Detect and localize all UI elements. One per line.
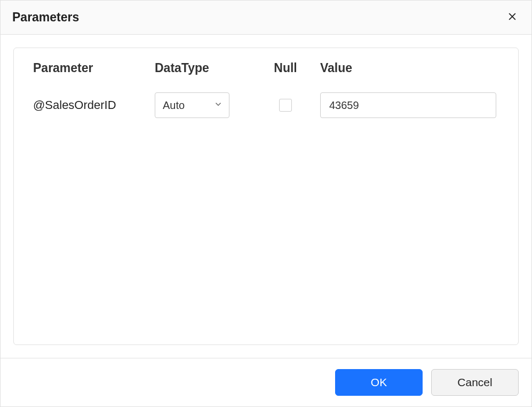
value-input[interactable] [320,92,496,118]
close-icon [507,11,518,24]
datatype-select-wrapper: Auto [155,92,229,118]
cancel-button[interactable]: Cancel [431,369,519,396]
dialog-header: Parameters [1,1,531,35]
datatype-selected-value: Auto [163,99,185,112]
parameters-grid: Parameter DataType Null Value @SalesOrde… [33,61,499,118]
parameters-panel: Parameter DataType Null Value @SalesOrde… [13,48,519,345]
ok-button[interactable]: OK [335,369,423,396]
column-header-datatype: DataType [155,61,251,92]
close-button[interactable] [505,9,520,26]
column-header-parameter: Parameter [33,61,155,92]
parameters-dialog: Parameters Parameter DataType Null Value… [0,0,532,407]
dialog-body: Parameter DataType Null Value @SalesOrde… [1,35,531,358]
null-cell [251,99,320,112]
null-checkbox[interactable] [279,99,292,112]
column-header-value: Value [320,61,499,92]
parameter-name: @SalesOrderID [33,98,155,112]
dialog-title: Parameters [12,10,79,25]
column-header-null: Null [251,61,320,92]
datatype-select[interactable]: Auto [155,92,229,118]
value-cell [320,92,499,118]
dialog-footer: OK Cancel [1,358,531,406]
